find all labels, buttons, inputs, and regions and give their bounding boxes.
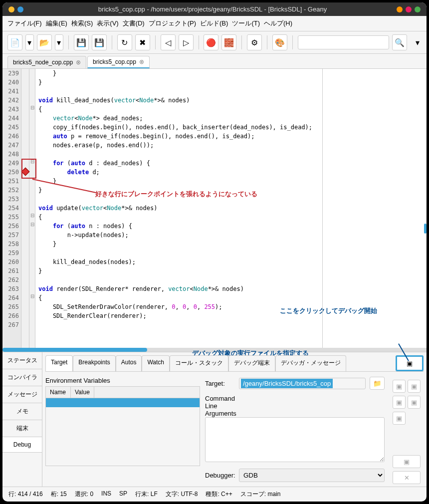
col-value: Value (71, 387, 94, 398)
line-gutter: 239240241 242243244 245246247 248249250 … (2, 69, 21, 348)
continue-icon[interactable]: ▣ (408, 396, 421, 409)
env-table[interactable]: Name Value (45, 386, 200, 466)
step-over-icon[interactable]: ▣ (393, 380, 406, 393)
status-line: 行: 414 / 416 (8, 490, 43, 499)
menu-edit[interactable]: 編集(E) (46, 19, 67, 28)
message-tabs: ステータス コンパイラ メッセージ メモ 端末 Debug (2, 352, 42, 487)
step-out-icon[interactable]: ▣ (393, 396, 406, 409)
forward-icon[interactable]: ▷ (179, 34, 194, 50)
step-into-icon[interactable]: ▣ (408, 380, 421, 393)
close-icon[interactable]: ⊗ (139, 58, 144, 65)
tab-file[interactable]: bricks5_node_cop.cpp ⊗ (7, 56, 86, 68)
reload-icon[interactable]: ↻ (117, 34, 132, 50)
window-title: bricks5_cop.cpp - /home/userx/projects/g… (28, 5, 397, 13)
debugger-select[interactable]: GDB (239, 469, 385, 482)
code-editor[interactable]: 239240241 242243244 245246247 248249250 … (2, 69, 427, 348)
debugger-label: Debugger: (205, 472, 235, 479)
dropdown-icon[interactable]: ▾ (25, 34, 34, 50)
menu-search[interactable]: 検索(S) (71, 19, 93, 28)
menu-build[interactable]: ビルド(B) (200, 19, 228, 28)
horizontal-scrollbar[interactable] (2, 348, 427, 352)
dropdown-icon[interactable]: ▾ (55, 34, 63, 50)
code-area[interactable]: } } void kill_dead_nodes(vector<Node*>& … (35, 69, 427, 348)
build-icon[interactable]: 🧱 (221, 34, 236, 50)
back-icon[interactable]: ◁ (161, 34, 176, 50)
scroll-indicator[interactable] (424, 224, 427, 234)
file-tabs: bricks5_node_cop.cpp ⊗ bricks5_cop.cpp ⊗ (2, 54, 427, 69)
tab-debug[interactable]: Debug (2, 437, 42, 453)
env-label: Environment Variables (45, 377, 200, 384)
open-file-icon[interactable]: 📂 (37, 34, 52, 50)
restart-icon[interactable]: ▣ (393, 412, 406, 425)
tab-label: bricks5_node_cop.cpp (13, 59, 73, 66)
settings-icon[interactable]: ✕ (393, 471, 421, 484)
debug-tab-watch[interactable]: Watch (142, 355, 170, 371)
menu-file[interactable]: ファイル(F) (7, 19, 42, 28)
breakpoint-icon[interactable] (21, 168, 30, 176)
menu-help[interactable]: ヘルプ(H) (264, 19, 292, 28)
debug-tab-target[interactable]: Target (45, 355, 73, 371)
args-input[interactable] (205, 417, 385, 462)
window-icon (17, 6, 23, 12)
min-icon[interactable] (397, 6, 403, 12)
tab-compiler[interactable]: コンパイラ (2, 369, 42, 386)
dropdown-icon[interactable]: ▾ (413, 34, 422, 50)
args-label: Command Line Arguments (205, 395, 235, 417)
new-file-icon[interactable]: 📄 (7, 34, 22, 50)
close-file-icon[interactable]: ✖ (135, 34, 150, 50)
editor-guide (322, 69, 323, 348)
marker-margin[interactable] (21, 69, 29, 348)
tab-memo[interactable]: メモ (2, 403, 42, 420)
run-icon[interactable]: ⚙ (247, 34, 262, 50)
tab-terminal[interactable]: 端末 (2, 420, 42, 437)
debug-tab-autos[interactable]: Autos (116, 355, 142, 371)
menubar: ファイル(F) 編集(E) 検索(S) 表示(V) 文書(D) プロジェクト(P… (2, 16, 427, 31)
menu-view[interactable]: 表示(V) (97, 19, 118, 28)
toolbar: 📄 ▾ 📂 ▾ 💾 💾 ↻ ✖ ◁ ▷ 🔴 🧱 ⚙ 🎨 🔍 ▾ (2, 31, 427, 54)
titlebar: bricks5_cop.cpp - /home/userx/projects/g… (2, 2, 427, 16)
search-input[interactable] (298, 35, 389, 49)
fold-margin[interactable]: ⊟ ⊟ ⊟⊟ ⊟ (29, 69, 35, 348)
menu-project[interactable]: プロジェクト(P) (149, 19, 196, 28)
debug-tab-debugmsg[interactable]: デバッガ・メッセージ (275, 355, 346, 371)
menu-tools[interactable]: ツール(T) (232, 19, 260, 28)
debug-controls: ▣▣ ▣▣ ▣ ▣ ✕ (390, 377, 424, 487)
debug-panel: Target Breakpoints Autos Watch コール・スタック … (42, 352, 427, 487)
debug-tab-debugterm[interactable]: デバッグ端末 (228, 355, 275, 371)
close-icon[interactable]: ⊗ (76, 59, 81, 66)
stop-icon[interactable]: ▣ (393, 455, 421, 468)
col-name: Name (46, 387, 71, 398)
debug-tab-breakpoints[interactable]: Breakpoints (73, 355, 115, 371)
tab-messages[interactable]: メッセージ (2, 386, 42, 403)
tab-file[interactable]: bricks5_cop.cpp ⊗ (87, 56, 150, 68)
tab-status[interactable]: ステータス (2, 352, 42, 369)
menu-doc[interactable]: 文書(D) (123, 19, 145, 28)
save-all-icon[interactable]: 💾 (92, 34, 107, 50)
table-row[interactable] (46, 398, 200, 407)
tab-label: bricks5_cop.cpp (93, 58, 136, 65)
target-input[interactable]: /geany/BricksSDL/bricks5_cop (239, 378, 366, 389)
debug-tab-callstack[interactable]: コール・スタック (170, 355, 228, 371)
color-icon[interactable]: 🎨 (272, 34, 287, 50)
window-icon (8, 6, 14, 12)
max-icon[interactable] (406, 6, 412, 12)
close-icon[interactable] (415, 6, 421, 12)
search-icon[interactable]: 🔍 (392, 34, 407, 50)
save-icon[interactable]: 💾 (74, 34, 89, 50)
compile-icon[interactable]: 🔴 (204, 34, 218, 50)
debug-run-button[interactable]: ▣ (396, 355, 424, 371)
browse-button[interactable]: 📁 (370, 377, 385, 390)
target-label: Target: (205, 380, 235, 387)
